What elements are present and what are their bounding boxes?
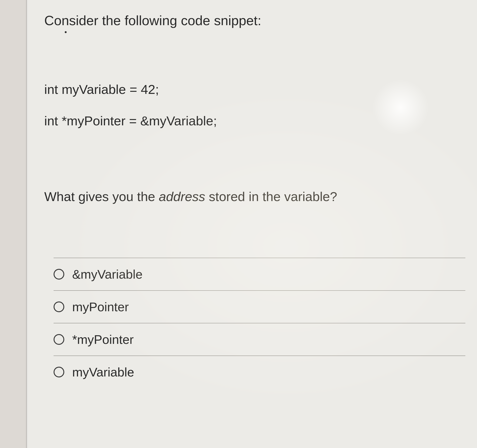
answer-label: myVariable: [72, 365, 134, 379]
answer-option-3[interactable]: *myPointer: [54, 323, 465, 356]
answer-label: *myPointer: [72, 332, 134, 347]
question-panel: Consider the following code snippet: int…: [28, 0, 477, 448]
radio-icon[interactable]: [54, 334, 64, 345]
question-prompt-pre: What gives you the: [44, 189, 159, 204]
code-snippet: int myVariable = 42; int *myPointer = &m…: [44, 82, 468, 128]
answer-label: myPointer: [72, 300, 129, 314]
answers-list: &myVariable myPointer *myPointer myVaria…: [54, 258, 465, 388]
question-prompt: What gives you the address stored in the…: [44, 189, 468, 204]
answer-option-4[interactable]: myVariable: [54, 356, 465, 388]
answer-option-1[interactable]: &myVariable: [54, 258, 465, 290]
radio-icon[interactable]: [54, 269, 64, 280]
decorative-dot: [65, 31, 67, 33]
answer-option-2[interactable]: myPointer: [54, 290, 465, 323]
code-line-2: int *myPointer = &myVariable;: [44, 113, 468, 128]
code-line-1: int myVariable = 42;: [44, 82, 468, 97]
outer-panel-border: [0, 0, 27, 448]
question-intro-text: Consider the following code snippet:: [44, 12, 468, 28]
question-prompt-emphasis: address: [159, 189, 205, 204]
radio-icon[interactable]: [54, 367, 64, 377]
question-prompt-post: stored in the variable?: [205, 189, 337, 204]
answer-label: &myVariable: [72, 267, 143, 281]
radio-icon[interactable]: [54, 301, 64, 312]
